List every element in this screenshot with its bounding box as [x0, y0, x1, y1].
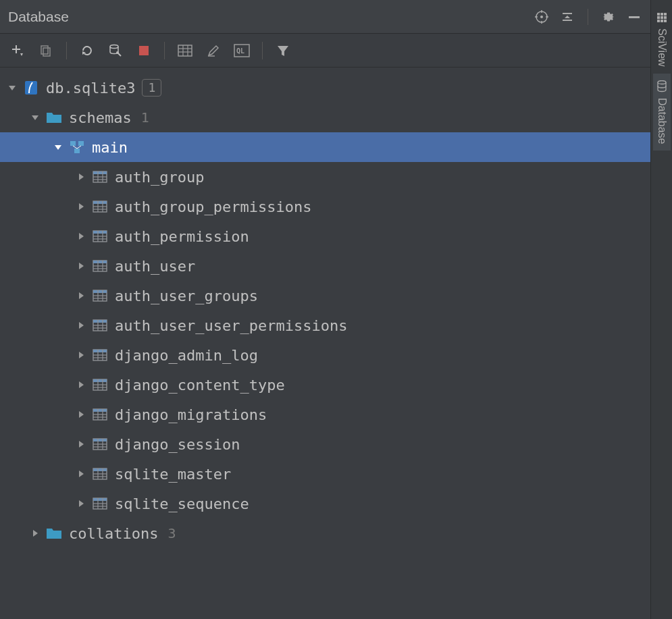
- svg-rect-18: [139, 46, 149, 55]
- table-icon[interactable]: [177, 43, 193, 59]
- svg-rect-130: [664, 20, 667, 22]
- tree-node-table[interactable]: django_session: [0, 429, 650, 459]
- chevron-right-icon: [74, 319, 88, 332]
- svg-point-1: [540, 16, 543, 18]
- svg-rect-102: [93, 439, 107, 441]
- tree-label: auth_user_user_permissions: [115, 317, 347, 334]
- chevron-right-icon: [74, 259, 88, 273]
- table-icon: [92, 258, 108, 274]
- sciview-icon: [656, 12, 667, 23]
- svg-marker-51: [79, 233, 84, 240]
- copy-icon[interactable]: [38, 43, 54, 59]
- database-wrench-icon[interactable]: [107, 43, 124, 59]
- table-icon: [92, 317, 108, 333]
- table-icon: [92, 377, 108, 393]
- minimize-icon[interactable]: [626, 9, 642, 25]
- svg-marker-58: [79, 263, 84, 269]
- toolbar-divider: [164, 42, 165, 59]
- svg-rect-81: [93, 350, 107, 352]
- tree-node-table[interactable]: auth_group: [0, 162, 650, 192]
- refresh-icon[interactable]: [79, 43, 95, 59]
- tree-label: db.sqlite3: [46, 80, 135, 97]
- tree-label: django_content_type: [115, 377, 285, 394]
- table-icon: [92, 495, 108, 512]
- tree-node-table[interactable]: auth_group_permissions: [0, 192, 650, 221]
- chevron-right-icon: [74, 348, 88, 362]
- tree-node-table[interactable]: django_migrations: [0, 400, 650, 429]
- svg-rect-39: [93, 171, 107, 174]
- svg-marker-100: [79, 441, 84, 448]
- table-icon: [92, 288, 108, 304]
- tree-node-table[interactable]: auth_user: [0, 251, 650, 281]
- svg-marker-37: [79, 173, 84, 180]
- table-icon: [92, 347, 108, 363]
- svg-rect-128: [657, 20, 660, 22]
- svg-rect-74: [93, 320, 107, 323]
- svg-rect-124: [664, 13, 667, 16]
- svg-marker-28: [9, 86, 16, 90]
- tree-node-table[interactable]: sqlite_master: [0, 459, 650, 489]
- svg-point-17: [116, 51, 119, 54]
- tree-node-table[interactable]: auth_permission: [0, 221, 650, 251]
- panel-header: Database: [0, 0, 650, 34]
- edit-icon[interactable]: [205, 43, 222, 59]
- sqlite-feather-icon: [23, 80, 39, 96]
- tree-node-table[interactable]: django_content_type: [0, 370, 650, 400]
- svg-marker-30: [32, 115, 38, 120]
- svg-marker-12: [20, 53, 23, 56]
- target-icon[interactable]: [534, 9, 550, 25]
- tree-node-table[interactable]: auth_user_user_permissions: [0, 311, 650, 340]
- tree-node-table[interactable]: django_admin_log: [0, 340, 650, 370]
- tree-label: auth_user: [115, 258, 195, 275]
- table-icon: [92, 406, 108, 423]
- svg-rect-126: [661, 16, 663, 19]
- tree-node-database[interactable]: db.sqlite3 1: [0, 73, 650, 103]
- side-tab-sciview[interactable]: SciView: [653, 5, 671, 74]
- gear-icon[interactable]: [600, 9, 617, 25]
- tree-node-schema-main[interactable]: main: [0, 132, 650, 162]
- database-tree: db.sqlite3 1 schemas 1 main auth_grou: [0, 68, 650, 619]
- svg-rect-34: [74, 149, 80, 153]
- side-tab-label: SciView: [656, 28, 668, 67]
- table-icon: [92, 228, 108, 244]
- svg-marker-27: [278, 46, 288, 56]
- svg-rect-14: [43, 48, 50, 56]
- database-icon: [656, 80, 667, 92]
- svg-rect-9: [629, 16, 640, 18]
- stop-icon[interactable]: [136, 43, 152, 59]
- chevron-right-icon: [74, 230, 88, 243]
- tree-label: schemas: [69, 109, 132, 126]
- chevron-right-icon: [74, 497, 88, 510]
- tree-node-collations[interactable]: collations 3: [0, 518, 650, 548]
- svg-marker-65: [79, 292, 84, 299]
- split-icon[interactable]: [559, 9, 575, 25]
- chevron-down-icon: [51, 140, 65, 154]
- svg-rect-88: [93, 379, 107, 382]
- tree-label: django_migrations: [115, 406, 267, 423]
- schema-icon: [69, 139, 85, 155]
- tree-label: sqlite_sequence: [115, 495, 249, 512]
- svg-marker-44: [79, 203, 84, 210]
- side-tab-database[interactable]: Database: [653, 74, 671, 151]
- tree-label: sqlite_master: [115, 466, 231, 483]
- table-icon: [92, 198, 108, 215]
- filter-icon[interactable]: [275, 43, 291, 59]
- right-gutter: SciView Database: [650, 0, 672, 619]
- ql-console-icon[interactable]: QL: [234, 43, 250, 59]
- table-icon: [92, 436, 108, 452]
- tree-count: 1: [141, 109, 149, 126]
- table-icon: [92, 466, 108, 482]
- toolbar-divider: [66, 42, 67, 59]
- tree-node-table[interactable]: auth_user_groups: [0, 281, 650, 311]
- tree-node-schemas[interactable]: schemas 1: [0, 103, 650, 132]
- add-icon[interactable]: [9, 43, 26, 59]
- side-tab-label: Database: [656, 98, 668, 144]
- table-icon: [92, 169, 108, 185]
- tree-node-table[interactable]: sqlite_sequence: [0, 489, 650, 518]
- chevron-right-icon: [28, 527, 42, 540]
- svg-marker-7: [565, 16, 570, 18]
- tree-label: auth_user_groups: [115, 288, 258, 304]
- svg-line-35: [73, 146, 77, 149]
- tree-label: auth_permission: [115, 228, 249, 245]
- tree-label: django_admin_log: [115, 347, 258, 364]
